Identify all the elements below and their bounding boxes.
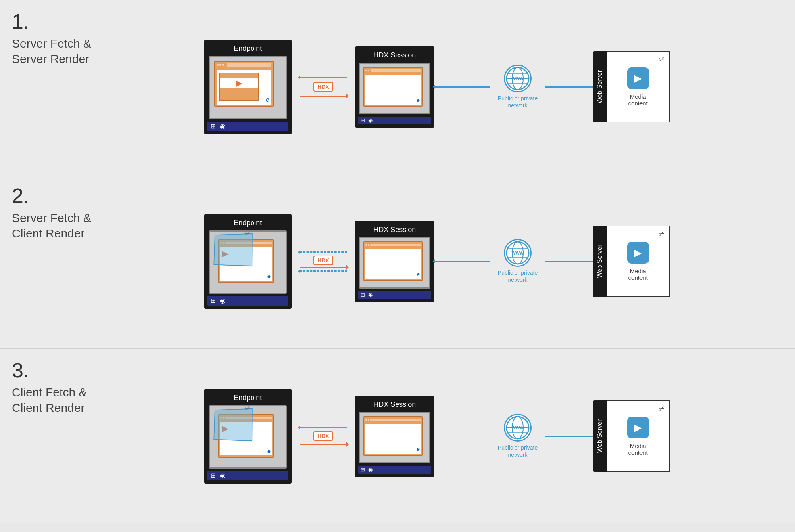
hdx-session-device-3: HDX Session e ⊞ ◉: [355, 396, 434, 477]
hdx-badge-2: HDX: [313, 256, 333, 265]
network-label-1: Public or privatenetwork: [498, 95, 538, 109]
hdx-session-device-1: HDX Session e ⊞ ◉: [355, 46, 434, 128]
hdx-session-device-2: HDX Session e ⊞ ◉: [355, 221, 434, 302]
svg-text:WWW: WWW: [511, 251, 524, 255]
endpoint-screen-3: e ▶ ✂: [209, 405, 287, 469]
hdx-badge-1: HDX: [313, 82, 333, 92]
network-label-2: Public or privatenetwork: [498, 269, 538, 283]
svg-text:WWW: WWW: [511, 425, 524, 430]
hdx-badge-3: HDX: [313, 431, 333, 441]
section-3-label: Client Fetch & Client Render: [12, 385, 99, 415]
scissors-icon-2: ✂: [657, 229, 666, 239]
endpoint-screen-2: e ▶ ✂: [209, 230, 287, 294]
network-label-3: Public or privatenetwork: [498, 444, 538, 458]
hdx-session-screen-2: e: [359, 237, 430, 289]
section-3-number: 3.: [12, 358, 29, 382]
section-2-label: Server Fetch & Client Render: [12, 210, 99, 241]
section-1-label: Server Fetch & Server Render: [12, 36, 99, 67]
network-group-1: WWW Public or privatenetwork: [498, 65, 538, 109]
media-icon-1: ▶ Mediacontent: [627, 67, 649, 107]
section-3: 3. Client Fetch & Client Render Endpoint…: [0, 349, 795, 523]
section-2-number: 2.: [12, 184, 29, 208]
endpoint-device-3: Endpoint e ▶ ✂: [204, 389, 292, 484]
endpoint-screen-1: ▶ e: [209, 56, 287, 119]
network-group-3: WWW Public or privatenetwork: [498, 414, 538, 458]
network-group-2: WWW Public or privatenetwork: [498, 239, 538, 283]
endpoint-label-1: Endpoint: [230, 43, 265, 54]
scissors-icon-1: ✂: [657, 54, 666, 65]
section-2: 2. Server Fetch & Client Render Endpoint…: [0, 174, 795, 349]
section-1-number: 1.: [12, 10, 29, 33]
endpoint-device-1: Endpoint ▶: [204, 40, 292, 134]
section-2-diagram: Endpoint e ▶ ✂: [95, 214, 779, 309]
section-1: 1. Server Fetch & Server Render Endpoint: [0, 0, 795, 174]
media-icon-3: ▶ Mediacontent: [627, 417, 649, 456]
endpoint-label-2: Endpoint: [230, 217, 265, 229]
globe-icon-2: WWW: [504, 239, 532, 267]
web-server-group-2: Web Server ✂ ▶ Mediacontent: [593, 226, 670, 297]
endpoint-device-2: Endpoint e ▶ ✂: [204, 214, 292, 309]
scissors-icon-3: ✂: [657, 404, 666, 414]
hdx-session-screen-3: e: [359, 412, 430, 463]
web-server-group-3: Web Server ✂ ▶ Mediacontent: [593, 400, 670, 472]
media-icon-2: ▶ Mediacontent: [627, 242, 649, 281]
endpoint-label-3: Endpoint: [230, 392, 265, 404]
media-label-2: Mediacontent: [628, 268, 648, 281]
svg-text:WWW: WWW: [511, 76, 524, 81]
hdx-session-label-1: HDX Session: [370, 50, 419, 61]
hdx-session-screen-1: e: [359, 63, 430, 114]
media-label-1: Mediacontent: [628, 93, 648, 107]
web-server-label-3: Web Server: [596, 419, 603, 453]
web-server-group-1: Web Server ✂ ▶ Mediacontent: [593, 51, 670, 122]
hdx-session-label-2: HDX Session: [370, 224, 419, 235]
globe-icon-3: WWW: [504, 414, 532, 442]
globe-icon-1: WWW: [504, 65, 532, 92]
web-server-label-1: Web Server: [596, 70, 603, 103]
hdx-session-label-3: HDX Session: [370, 399, 419, 410]
section-3-diagram: Endpoint e ▶ ✂: [95, 389, 779, 484]
section-1-diagram: Endpoint ▶: [95, 40, 779, 134]
web-server-label-2: Web Server: [596, 245, 603, 278]
media-label-3: Mediacontent: [628, 442, 648, 456]
